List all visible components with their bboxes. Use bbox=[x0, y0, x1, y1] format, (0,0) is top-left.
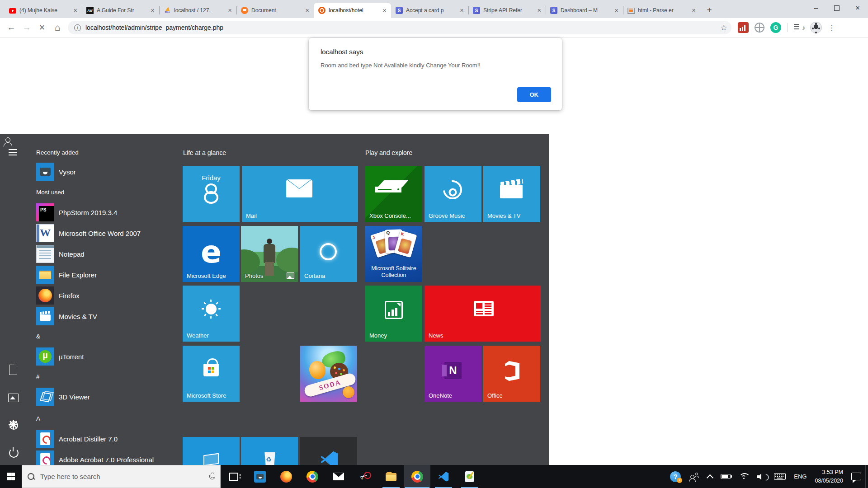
tab-close-icon[interactable] bbox=[381, 7, 388, 14]
tab-close-icon[interactable] bbox=[458, 7, 466, 14]
tile-weather[interactable]: Weather bbox=[183, 286, 240, 342]
taskbar-firefox[interactable] bbox=[273, 465, 299, 488]
taskbar-chrome-pinned[interactable] bbox=[299, 465, 326, 488]
tab-close-icon[interactable] bbox=[149, 7, 156, 14]
page-info-icon[interactable] bbox=[74, 24, 81, 31]
tile-groove-music[interactable]: Groove Music bbox=[425, 166, 481, 222]
taskbar-chrome-active[interactable] bbox=[404, 465, 430, 488]
browser-menu-icon[interactable] bbox=[828, 23, 836, 32]
wifi-icon bbox=[739, 473, 749, 480]
stripe-icon bbox=[396, 7, 403, 14]
tray-wifi[interactable] bbox=[735, 465, 753, 488]
soccer-extension-icon[interactable] bbox=[810, 22, 822, 33]
address-bar[interactable]: localhost/hotel/admin/stripe_payment/cha… bbox=[68, 21, 731, 34]
taskbar-file-explorer[interactable] bbox=[378, 465, 404, 488]
taskbar-search-box[interactable]: Type here to search bbox=[22, 465, 221, 488]
app-item-firefox[interactable]: Firefox bbox=[36, 286, 181, 305]
media-queue-icon[interactable] bbox=[793, 22, 804, 33]
adblock-extension-icon[interactable] bbox=[738, 22, 749, 33]
taskbar-mail[interactable] bbox=[326, 465, 352, 488]
tile-mail[interactable]: Mail bbox=[242, 166, 358, 222]
tray-overflow[interactable] bbox=[703, 465, 717, 488]
tab-phpmyadmin[interactable]: localhost / 127. bbox=[159, 3, 236, 18]
tab-youtube[interactable]: (4) Mujhe Kaise bbox=[5, 3, 82, 18]
tile-calendar[interactable]: Friday bbox=[183, 166, 240, 222]
tab-document[interactable]: Document bbox=[236, 3, 314, 18]
taskbar-snipping-tool[interactable] bbox=[352, 465, 378, 488]
tile-solitaire[interactable]: J Q K Microsoft Solitaire Collection bbox=[365, 226, 422, 282]
app-item-movies-tv[interactable]: Movies & TV bbox=[36, 307, 181, 325]
tray-clock[interactable]: 3:53 PM 08/05/2020 bbox=[811, 465, 847, 488]
window-minimize-button[interactable] bbox=[806, 0, 826, 16]
documents-icon[interactable] bbox=[8, 365, 18, 375]
settings-gear-icon[interactable] bbox=[8, 420, 18, 430]
action-center-button[interactable] bbox=[847, 465, 865, 488]
taskbar-vscode[interactable] bbox=[430, 465, 457, 488]
window-restore-button[interactable] bbox=[826, 0, 847, 16]
tile-candy-crush-soda[interactable]: SODA bbox=[300, 346, 357, 402]
app-item-vysor[interactable]: Vysor bbox=[36, 163, 181, 181]
app-item-file-explorer[interactable]: File Explorer bbox=[36, 266, 181, 284]
home-button[interactable] bbox=[50, 20, 65, 35]
xbox-console-icon bbox=[375, 187, 401, 192]
show-desktop-button[interactable] bbox=[865, 465, 868, 488]
pictures-icon[interactable] bbox=[8, 393, 18, 403]
tab-close-icon[interactable] bbox=[535, 7, 543, 14]
tab-close-icon[interactable] bbox=[690, 7, 698, 14]
taskbar-vysor[interactable] bbox=[247, 465, 273, 488]
globe-extension-icon[interactable] bbox=[755, 23, 764, 33]
section-letter[interactable]: A bbox=[36, 415, 181, 423]
tray-battery[interactable] bbox=[717, 465, 735, 488]
tile-microsoft-store[interactable]: Microsoft Store bbox=[183, 346, 240, 402]
app-item-acrobat-distiller[interactable]: Acrobat Distiller 7.0 bbox=[36, 430, 181, 448]
tile-photos[interactable]: Photos bbox=[241, 226, 298, 282]
power-icon[interactable] bbox=[8, 447, 18, 457]
section-letter[interactable]: & bbox=[36, 333, 181, 341]
tab-title: html - Parse er bbox=[638, 7, 690, 14]
url-text[interactable]: localhost/hotel/admin/stripe_payment/cha… bbox=[85, 24, 718, 31]
bookmark-star-icon[interactable] bbox=[718, 22, 730, 33]
forward-button[interactable] bbox=[19, 20, 34, 35]
tile-microsoft-edge[interactable]: e Microsoft Edge bbox=[183, 226, 240, 282]
microphone-icon[interactable] bbox=[209, 473, 215, 481]
taskbar-notepad-plus[interactable] bbox=[457, 465, 483, 488]
app-item-word[interactable]: Microsoft Office Word 2007 bbox=[36, 224, 181, 242]
app-item-phpstorm[interactable]: PhpStorm 2019.3.4 bbox=[36, 203, 181, 221]
tab-close-icon[interactable] bbox=[71, 7, 79, 14]
tab-stackoverflow[interactable]: html - Parse er bbox=[623, 3, 700, 18]
task-view-button[interactable] bbox=[221, 465, 247, 488]
tile-movies-tv[interactable]: Movies & TV bbox=[483, 166, 540, 222]
tile-news[interactable]: News bbox=[425, 286, 541, 342]
app-item-notepad[interactable]: Notepad bbox=[36, 245, 181, 263]
tray-people[interactable] bbox=[685, 465, 703, 488]
grammarly-extension-icon[interactable] bbox=[770, 22, 781, 33]
tray-language[interactable]: ENG bbox=[790, 465, 811, 488]
tray-touch-keyboard[interactable] bbox=[770, 465, 790, 488]
tray-help-app[interactable] bbox=[666, 465, 685, 488]
dialog-message: Room and bed type Not Available kindly C… bbox=[321, 62, 550, 69]
tab-stripe-dashboard[interactable]: Dashboard – M bbox=[546, 3, 623, 18]
tile-onenote[interactable]: N OneNote bbox=[425, 346, 481, 402]
stop-loading-button[interactable] bbox=[34, 20, 50, 35]
app-item-3d-viewer[interactable]: 3D Viewer bbox=[36, 388, 181, 406]
tab-close-icon[interactable] bbox=[226, 7, 234, 14]
ok-button[interactable]: OK bbox=[517, 87, 552, 102]
tray-volume[interactable] bbox=[753, 465, 770, 488]
app-item-utorrent[interactable]: µTorrent bbox=[36, 347, 181, 366]
tile-office[interactable]: Office bbox=[483, 346, 540, 402]
tab-localhost-hotel-active[interactable]: localhost/hotel bbox=[314, 3, 391, 18]
window-close-button[interactable] bbox=[847, 0, 868, 16]
hamburger-menu-icon[interactable] bbox=[8, 148, 18, 158]
tab-close-icon[interactable] bbox=[303, 7, 311, 14]
tile-xbox-console[interactable]: Xbox Console... bbox=[365, 166, 422, 222]
back-button[interactable] bbox=[4, 20, 19, 35]
tab-close-icon[interactable] bbox=[613, 7, 620, 14]
section-letter[interactable]: # bbox=[36, 373, 181, 381]
tab-stripe-api[interactable]: Stripe API Refer bbox=[468, 3, 546, 18]
start-button[interactable] bbox=[0, 465, 22, 488]
tile-cortana[interactable]: Cortana bbox=[300, 226, 357, 282]
tab-stripe-accept[interactable]: Accept a card p bbox=[391, 3, 468, 18]
new-tab-button[interactable] bbox=[703, 4, 716, 16]
tile-money[interactable]: Money bbox=[365, 286, 422, 342]
tab-guide[interactable]: A Guide For Str bbox=[82, 3, 159, 18]
